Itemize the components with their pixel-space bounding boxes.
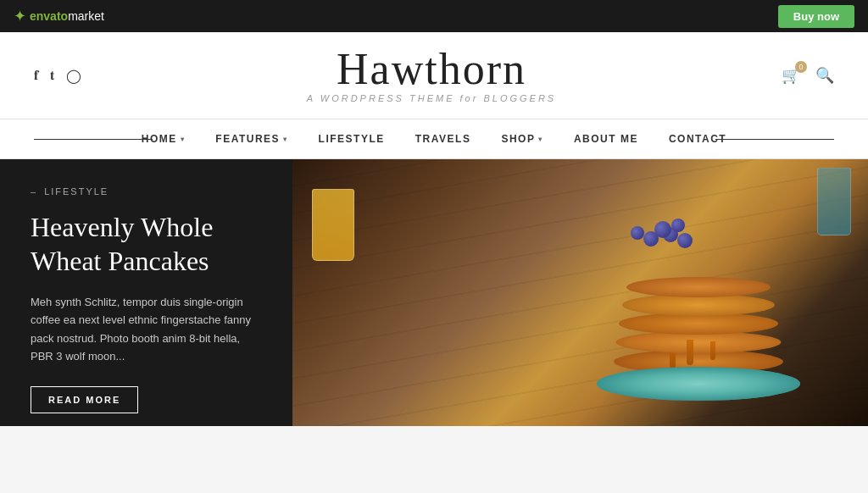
logo-tagline: A WORDPRESS THEME for BLOGGERS [81, 93, 782, 103]
glass-body [312, 189, 354, 261]
social-links: 𝐟 𝐭 ◯ [34, 68, 81, 84]
envato-logo-text: envatomarket [30, 9, 104, 23]
logo-wordmark[interactable]: Hawthorn [81, 47, 782, 91]
top-bar: ✦ envatomarket Buy now [0, 0, 868, 32]
hero-image [292, 159, 868, 426]
juice-glass [309, 176, 356, 261]
hero-section: LIFESTYLE Heavenly Whole Wheat Pancakes … [0, 159, 868, 426]
envato-logo: ✦ envatomarket [14, 7, 104, 25]
pancake-stack [580, 189, 817, 409]
facebook-icon[interactable]: 𝐟 [34, 68, 38, 83]
teal-glass [817, 168, 851, 235]
chevron-down-icon: ▾ [181, 136, 186, 143]
nav-item-about[interactable]: ABOUT ME [559, 133, 654, 145]
nav-menu: HOME ▾ FEATURES ▾ LIFESTYLE TRAVELS SHOP… [126, 133, 742, 145]
chevron-down-icon: ▾ [538, 136, 543, 143]
syrup-drip-1 [687, 340, 693, 365]
header-actions: 🛒 0 🔍 [782, 66, 834, 85]
cart-badge: 0 [795, 61, 807, 73]
cart-icon[interactable]: 🛒 0 [782, 66, 800, 85]
hero-content: LIFESTYLE Heavenly Whole Wheat Pancakes … [0, 159, 292, 426]
nav-link-lifestyle[interactable]: LIFESTYLE [303, 133, 400, 145]
read-more-button[interactable]: READ MORE [31, 386, 138, 413]
plate [597, 367, 800, 401]
envato-icon: ✦ [14, 7, 26, 25]
hero-excerpt: Meh synth Schlitz, tempor duis single-or… [31, 293, 262, 366]
syrup-drip-2 [710, 341, 715, 360]
blueberry-5 [631, 226, 644, 240]
nav-link-home[interactable]: HOME ▾ [126, 133, 201, 145]
instagram-icon[interactable]: ◯ [66, 68, 81, 84]
nav-item-travels[interactable]: TRAVELS [400, 133, 487, 145]
blueberry-3 [654, 221, 671, 238]
nav-link-contact[interactable]: CONTACT [654, 133, 742, 145]
nav-item-home[interactable]: HOME ▾ [126, 133, 201, 145]
site-header: 𝐟 𝐭 ◯ Hawthorn A WORDPRESS THEME for BLO… [0, 32, 868, 119]
hero-title: Heavenly Whole Wheat Pancakes [31, 210, 262, 278]
chevron-down-icon: ▾ [283, 136, 288, 143]
nav-item-features[interactable]: FEATURES ▾ [200, 133, 303, 145]
twitter-icon[interactable]: 𝐭 [50, 68, 54, 83]
nav-link-about[interactable]: ABOUT ME [559, 133, 654, 145]
nav-item-contact[interactable]: CONTACT [654, 133, 742, 145]
nav-link-travels[interactable]: TRAVELS [400, 133, 487, 145]
nav-item-shop[interactable]: SHOP ▾ [486, 133, 559, 145]
nav-link-features[interactable]: FEATURES ▾ [200, 133, 303, 145]
search-icon[interactable]: 🔍 [815, 66, 834, 85]
nav-item-lifestyle[interactable]: LIFESTYLE [303, 133, 400, 145]
blueberry-4 [677, 233, 693, 248]
hero-category: LIFESTYLE [31, 186, 262, 197]
buy-now-button[interactable]: Buy now [778, 5, 854, 28]
blueberry-6 [671, 219, 685, 232]
main-nav: HOME ▾ FEATURES ▾ LIFESTYLE TRAVELS SHOP… [0, 119, 868, 159]
nav-link-shop[interactable]: SHOP ▾ [486, 133, 559, 145]
pancake-layer-5 [626, 277, 771, 297]
site-logo: Hawthorn A WORDPRESS THEME for BLOGGERS [81, 47, 782, 103]
